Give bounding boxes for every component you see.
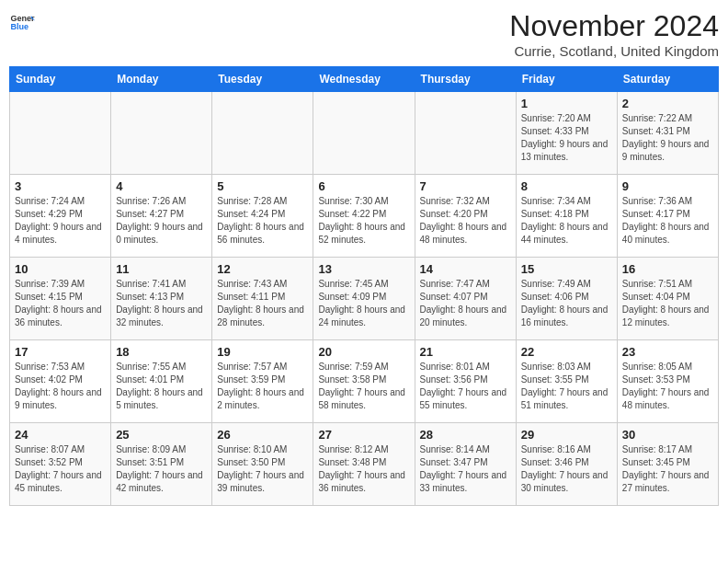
day-number: 29 [521,428,612,442]
day-number: 12 [217,262,308,276]
day-number: 2 [622,97,713,110]
calendar-cell: 2Sunrise: 7:22 AM Sunset: 4:31 PM Daylig… [617,92,718,175]
day-info: Sunrise: 7:28 AM Sunset: 4:24 PM Dayligh… [217,195,308,247]
month-title: November 2024 [509,9,719,43]
calendar-cell: 16Sunrise: 7:51 AM Sunset: 4:04 PM Dayli… [617,258,718,340]
calendar-cell: 18Sunrise: 7:55 AM Sunset: 4:01 PM Dayli… [111,340,212,423]
day-number: 19 [217,345,308,359]
day-number: 22 [521,345,612,359]
day-info: Sunrise: 7:36 AM Sunset: 4:17 PM Dayligh… [622,195,713,247]
logo-icon: General Blue [9,9,35,35]
day-info: Sunrise: 7:39 AM Sunset: 4:15 PM Dayligh… [15,278,106,329]
calendar-cell: 1Sunrise: 7:20 AM Sunset: 4:33 PM Daylig… [516,92,617,175]
day-number: 24 [15,428,106,442]
calendar-cell: 24Sunrise: 8:07 AM Sunset: 3:52 PM Dayli… [10,423,111,506]
calendar-cell: 13Sunrise: 7:45 AM Sunset: 4:09 PM Dayli… [313,258,415,340]
calendar-week-2: 3Sunrise: 7:24 AM Sunset: 4:29 PM Daylig… [10,175,719,258]
calendar-cell: 4Sunrise: 7:26 AM Sunset: 4:27 PM Daylig… [111,175,212,258]
day-info: Sunrise: 8:10 AM Sunset: 3:50 PM Dayligh… [217,443,308,495]
day-info: Sunrise: 7:20 AM Sunset: 4:33 PM Dayligh… [521,112,612,164]
day-info: Sunrise: 7:43 AM Sunset: 4:11 PM Dayligh… [217,278,308,329]
day-info: Sunrise: 8:05 AM Sunset: 3:53 PM Dayligh… [622,361,713,412]
day-info: Sunrise: 8:14 AM Sunset: 3:47 PM Dayligh… [420,443,511,495]
calendar-cell [111,92,212,175]
day-number: 16 [622,262,713,276]
title-area: November 2024 Currie, Scotland, United K… [509,9,719,59]
calendar-cell: 21Sunrise: 8:01 AM Sunset: 3:56 PM Dayli… [415,340,516,423]
day-info: Sunrise: 7:22 AM Sunset: 4:31 PM Dayligh… [622,112,713,164]
weekday-wednesday: Wednesday [313,67,415,92]
calendar-cell [415,92,516,175]
calendar-cell: 12Sunrise: 7:43 AM Sunset: 4:11 PM Dayli… [212,258,313,340]
day-number: 5 [217,179,308,193]
day-number: 13 [318,262,409,276]
day-info: Sunrise: 7:53 AM Sunset: 4:02 PM Dayligh… [15,361,106,412]
calendar-cell: 25Sunrise: 8:09 AM Sunset: 3:51 PM Dayli… [111,423,212,506]
calendar-week-4: 17Sunrise: 7:53 AM Sunset: 4:02 PM Dayli… [10,340,719,423]
day-number: 6 [318,179,409,193]
calendar-cell [212,92,313,175]
day-info: Sunrise: 8:07 AM Sunset: 3:52 PM Dayligh… [15,443,106,495]
day-number: 30 [622,428,713,442]
calendar-cell: 5Sunrise: 7:28 AM Sunset: 4:24 PM Daylig… [212,175,313,258]
day-info: Sunrise: 7:47 AM Sunset: 4:07 PM Dayligh… [420,278,511,329]
day-number: 26 [217,428,308,442]
calendar-cell: 9Sunrise: 7:36 AM Sunset: 4:17 PM Daylig… [617,175,718,258]
day-info: Sunrise: 7:51 AM Sunset: 4:04 PM Dayligh… [622,278,713,329]
day-number: 21 [420,345,511,359]
weekday-thursday: Thursday [415,67,516,92]
weekday-saturday: Saturday [617,67,718,92]
calendar-cell: 29Sunrise: 8:16 AM Sunset: 3:46 PM Dayli… [516,423,617,506]
location-title: Currie, Scotland, United Kingdom [509,43,719,59]
calendar-cell [313,92,415,175]
day-number: 23 [622,345,713,359]
calendar-week-5: 24Sunrise: 8:07 AM Sunset: 3:52 PM Dayli… [10,423,719,506]
day-info: Sunrise: 7:55 AM Sunset: 4:01 PM Dayligh… [116,361,207,412]
day-number: 4 [116,179,207,193]
calendar-cell: 14Sunrise: 7:47 AM Sunset: 4:07 PM Dayli… [415,258,516,340]
calendar-cell: 7Sunrise: 7:32 AM Sunset: 4:20 PM Daylig… [415,175,516,258]
calendar-table: SundayMondayTuesdayWednesdayThursdayFrid… [9,66,719,506]
weekday-header-row: SundayMondayTuesdayWednesdayThursdayFrid… [10,67,719,92]
day-info: Sunrise: 7:45 AM Sunset: 4:09 PM Dayligh… [318,278,409,329]
calendar-cell: 22Sunrise: 8:03 AM Sunset: 3:55 PM Dayli… [516,340,617,423]
weekday-monday: Monday [111,67,212,92]
day-number: 9 [622,179,713,193]
day-number: 20 [318,345,409,359]
calendar-cell: 11Sunrise: 7:41 AM Sunset: 4:13 PM Dayli… [111,258,212,340]
day-info: Sunrise: 8:09 AM Sunset: 3:51 PM Dayligh… [116,443,207,495]
day-number: 1 [521,97,612,110]
day-number: 15 [521,262,612,276]
day-number: 3 [15,179,106,193]
calendar-cell: 26Sunrise: 8:10 AM Sunset: 3:50 PM Dayli… [212,423,313,506]
page-header: General Blue November 2024 Currie, Scotl… [9,9,719,59]
calendar-cell: 10Sunrise: 7:39 AM Sunset: 4:15 PM Dayli… [10,258,111,340]
day-number: 18 [116,345,207,359]
day-info: Sunrise: 8:16 AM Sunset: 3:46 PM Dayligh… [521,443,612,495]
day-number: 10 [15,262,106,276]
day-number: 27 [318,428,409,442]
day-info: Sunrise: 8:01 AM Sunset: 3:56 PM Dayligh… [420,361,511,412]
day-info: Sunrise: 7:24 AM Sunset: 4:29 PM Dayligh… [15,195,106,247]
calendar-cell [10,92,111,175]
day-number: 17 [15,345,106,359]
day-info: Sunrise: 7:26 AM Sunset: 4:27 PM Dayligh… [116,195,207,247]
day-info: Sunrise: 8:03 AM Sunset: 3:55 PM Dayligh… [521,361,612,412]
day-number: 25 [116,428,207,442]
logo: General Blue [9,9,35,35]
weekday-sunday: Sunday [10,67,111,92]
weekday-friday: Friday [516,67,617,92]
calendar-cell: 8Sunrise: 7:34 AM Sunset: 4:18 PM Daylig… [516,175,617,258]
day-number: 8 [521,179,612,193]
day-info: Sunrise: 7:57 AM Sunset: 3:59 PM Dayligh… [217,361,308,412]
calendar-week-1: 1Sunrise: 7:20 AM Sunset: 4:33 PM Daylig… [10,92,719,175]
day-info: Sunrise: 7:32 AM Sunset: 4:20 PM Dayligh… [420,195,511,247]
calendar-cell: 3Sunrise: 7:24 AM Sunset: 4:29 PM Daylig… [10,175,111,258]
day-info: Sunrise: 7:34 AM Sunset: 4:18 PM Dayligh… [521,195,612,247]
day-info: Sunrise: 8:12 AM Sunset: 3:48 PM Dayligh… [318,443,409,495]
day-number: 11 [116,262,207,276]
calendar-cell: 27Sunrise: 8:12 AM Sunset: 3:48 PM Dayli… [313,423,415,506]
day-info: Sunrise: 7:49 AM Sunset: 4:06 PM Dayligh… [521,278,612,329]
calendar-cell: 19Sunrise: 7:57 AM Sunset: 3:59 PM Dayli… [212,340,313,423]
day-info: Sunrise: 7:41 AM Sunset: 4:13 PM Dayligh… [116,278,207,329]
